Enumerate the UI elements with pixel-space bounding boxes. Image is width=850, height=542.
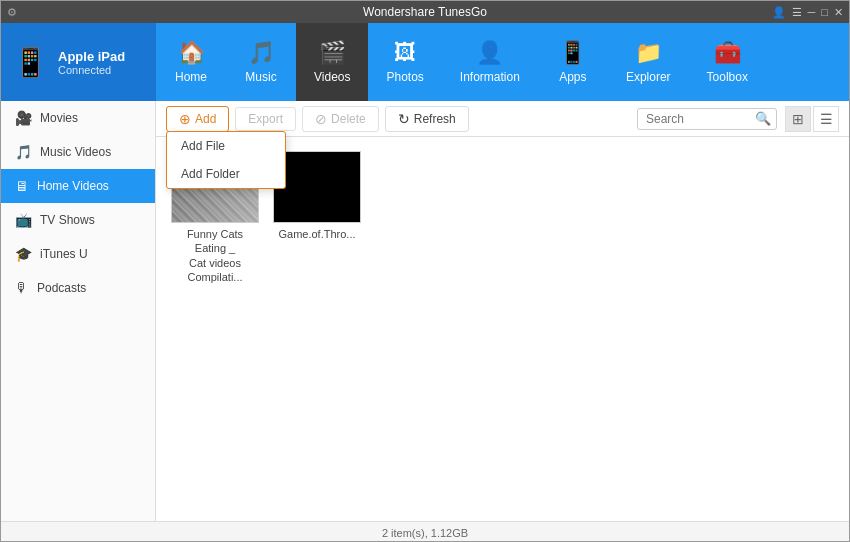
- file-name: Game.of.Thro...: [278, 227, 355, 241]
- podcasts-icon: 🎙: [15, 280, 29, 296]
- videos-icon: 🎬: [319, 40, 346, 66]
- tab-apps[interactable]: 📱 Apps: [538, 23, 608, 101]
- tab-information[interactable]: 👤 Information: [442, 23, 538, 101]
- delete-icon: ⊘: [315, 111, 327, 127]
- apps-icon: 📱: [559, 40, 586, 66]
- tab-toolbox[interactable]: 🧰 Toolbox: [689, 23, 766, 101]
- file-name: Funny Cats Eating _ Cat videos Compilati…: [170, 227, 260, 284]
- sidebar-item-tv-shows[interactable]: 📺 TV Shows: [1, 203, 155, 237]
- add-dropdown: Add File Add Folder: [166, 131, 286, 189]
- status-text: 2 item(s), 1.12GB: [382, 527, 468, 539]
- app-icon: ⚙: [7, 6, 17, 19]
- add-folder-item[interactable]: Add Folder: [167, 160, 285, 188]
- tv-shows-icon: 📺: [15, 212, 32, 228]
- tab-music[interactable]: 🎵 Music: [226, 23, 296, 101]
- music-icon: 🎵: [248, 40, 275, 66]
- delete-button[interactable]: ⊘ Delete: [302, 106, 379, 132]
- grid-view-button[interactable]: ⊞: [785, 106, 811, 132]
- sidebar-item-itunes-u[interactable]: 🎓 iTunes U: [1, 237, 155, 271]
- explorer-icon: 📁: [635, 40, 662, 66]
- close-button[interactable]: ✕: [834, 6, 843, 19]
- device-name: Apple iPad: [58, 49, 125, 64]
- add-file-item[interactable]: Add File: [167, 132, 285, 160]
- home-videos-icon: 🖥: [15, 178, 29, 194]
- add-button[interactable]: ⊕ Add: [166, 106, 229, 132]
- minimize-button[interactable]: ─: [808, 6, 816, 18]
- tab-videos[interactable]: 🎬 Videos: [296, 23, 368, 101]
- window-controls: 👤 ☰ ─ □ ✕: [772, 6, 843, 19]
- tab-home[interactable]: 🏠 Home: [156, 23, 226, 101]
- title-bar: ⚙ Wondershare TunesGo 👤 ☰ ─ □ ✕: [1, 1, 849, 23]
- view-toggle: ⊞ ☰: [785, 106, 839, 132]
- nav-bar: 📱 Apple iPad Connected 🏠 Home 🎵 Music 🎬 …: [1, 23, 849, 101]
- got-video-thumbnail: [273, 151, 361, 223]
- sidebar-item-home-videos[interactable]: 🖥 Home Videos: [1, 169, 155, 203]
- music-videos-icon: 🎵: [15, 144, 32, 160]
- sidebar-item-podcasts[interactable]: 🎙 Podcasts: [1, 271, 155, 305]
- refresh-button[interactable]: ↻ Refresh: [385, 106, 469, 132]
- sidebar-item-music-videos[interactable]: 🎵 Music Videos: [1, 135, 155, 169]
- file-grid: Funny Cats Eating _ Cat videos Compilati…: [156, 137, 849, 521]
- device-text: Apple iPad Connected: [58, 49, 125, 76]
- search-area: 🔍: [637, 108, 771, 130]
- user-icon[interactable]: 👤: [772, 6, 786, 19]
- refresh-icon: ↻: [398, 111, 410, 127]
- device-status: Connected: [58, 64, 125, 76]
- photos-icon: 🖼: [394, 40, 416, 66]
- toolbar: ⊕ Add Add File Add Folder Export ⊘ Delet…: [156, 101, 849, 137]
- menu-icon[interactable]: ☰: [792, 6, 802, 19]
- movies-icon: 🎥: [15, 110, 32, 126]
- nav-tabs: 🏠 Home 🎵 Music 🎬 Videos 🖼 Photos 👤 Infor…: [156, 23, 849, 101]
- sidebar-item-movies[interactable]: 🎥 Movies: [1, 101, 155, 135]
- main-area: 🎥 Movies 🎵 Music Videos 🖥 Home Videos 📺 …: [1, 101, 849, 521]
- device-info: 📱 Apple iPad Connected: [1, 23, 156, 101]
- information-icon: 👤: [476, 40, 503, 66]
- content-area: ⊕ Add Add File Add Folder Export ⊘ Delet…: [156, 101, 849, 521]
- maximize-button[interactable]: □: [821, 6, 828, 18]
- export-button[interactable]: Export: [235, 107, 296, 131]
- itunes-u-icon: 🎓: [15, 246, 32, 262]
- add-circle-icon: ⊕: [179, 111, 191, 127]
- device-icon: 📱: [13, 46, 48, 79]
- list-view-button[interactable]: ☰: [813, 106, 839, 132]
- toolbox-icon: 🧰: [714, 40, 741, 66]
- search-icon: 🔍: [755, 111, 771, 126]
- tab-photos[interactable]: 🖼 Photos: [368, 23, 441, 101]
- app-title: Wondershare TunesGo: [363, 5, 487, 19]
- tab-explorer[interactable]: 📁 Explorer: [608, 23, 689, 101]
- sidebar: 🎥 Movies 🎵 Music Videos 🖥 Home Videos 📺 …: [1, 101, 156, 521]
- home-icon: 🏠: [178, 40, 205, 66]
- status-bar: 2 item(s), 1.12GB: [1, 521, 849, 542]
